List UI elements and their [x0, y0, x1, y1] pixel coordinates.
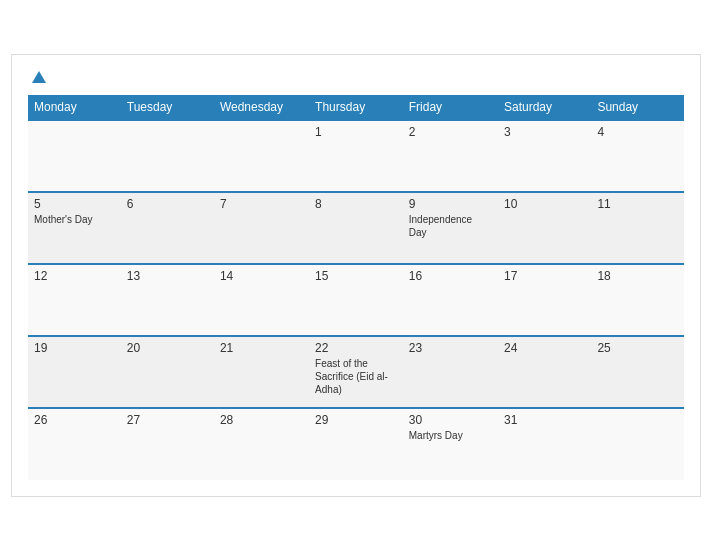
day-number: 18 [597, 269, 678, 283]
calendar-cell: 22Feast of the Sacrifice (Eid al-Adha) [309, 336, 403, 408]
weekday-header-monday: Monday [28, 95, 121, 120]
day-number: 26 [34, 413, 115, 427]
day-number: 10 [504, 197, 585, 211]
calendar-cell: 29 [309, 408, 403, 480]
weekday-header-friday: Friday [403, 95, 498, 120]
calendar-cell: 21 [214, 336, 309, 408]
event-label: Martyrs Day [409, 430, 463, 441]
day-number: 30 [409, 413, 492, 427]
day-number: 17 [504, 269, 585, 283]
day-number: 19 [34, 341, 115, 355]
day-number: 12 [34, 269, 115, 283]
day-number: 31 [504, 413, 585, 427]
day-number: 14 [220, 269, 303, 283]
calendar-cell: 23 [403, 336, 498, 408]
day-number: 25 [597, 341, 678, 355]
calendar-cell: 7 [214, 192, 309, 264]
calendar-cell: 11 [591, 192, 684, 264]
event-label: Mother's Day [34, 214, 93, 225]
week-row-5: 2627282930Martyrs Day31 [28, 408, 684, 480]
week-row-3: 12131415161718 [28, 264, 684, 336]
calendar-cell [591, 408, 684, 480]
day-number: 15 [315, 269, 397, 283]
calendar-cell: 26 [28, 408, 121, 480]
calendar-cell: 28 [214, 408, 309, 480]
calendar-cell: 16 [403, 264, 498, 336]
day-number: 29 [315, 413, 397, 427]
event-label: Independence Day [409, 214, 472, 238]
calendar-cell: 9Independence Day [403, 192, 498, 264]
day-number: 9 [409, 197, 492, 211]
event-label: Feast of the Sacrifice (Eid al-Adha) [315, 358, 388, 395]
weekday-header-row: MondayTuesdayWednesdayThursdayFridaySatu… [28, 95, 684, 120]
calendar-cell: 20 [121, 336, 214, 408]
day-number: 2 [409, 125, 492, 139]
day-number: 22 [315, 341, 397, 355]
calendar-cell: 31 [498, 408, 591, 480]
day-number: 24 [504, 341, 585, 355]
day-number: 8 [315, 197, 397, 211]
logo-blue-text [28, 71, 46, 83]
weekday-header-thursday: Thursday [309, 95, 403, 120]
calendar-cell: 10 [498, 192, 591, 264]
logo-triangle-icon [32, 71, 46, 83]
calendar-cell: 17 [498, 264, 591, 336]
day-number: 7 [220, 197, 303, 211]
calendar-header [28, 71, 684, 83]
logo [28, 71, 46, 83]
calendar-cell: 15 [309, 264, 403, 336]
calendar-container: MondayTuesdayWednesdayThursdayFridaySatu… [11, 54, 701, 497]
week-row-4: 19202122Feast of the Sacrifice (Eid al-A… [28, 336, 684, 408]
day-number: 27 [127, 413, 208, 427]
weekday-header-wednesday: Wednesday [214, 95, 309, 120]
day-number: 16 [409, 269, 492, 283]
calendar-cell: 18 [591, 264, 684, 336]
calendar-cell: 1 [309, 120, 403, 192]
weekday-header-sunday: Sunday [591, 95, 684, 120]
calendar-cell: 4 [591, 120, 684, 192]
weekday-header-saturday: Saturday [498, 95, 591, 120]
calendar-cell [121, 120, 214, 192]
calendar-cell: 2 [403, 120, 498, 192]
calendar-cell: 27 [121, 408, 214, 480]
calendar-cell: 3 [498, 120, 591, 192]
calendar-cell: 6 [121, 192, 214, 264]
calendar-cell: 19 [28, 336, 121, 408]
week-row-1: 1234 [28, 120, 684, 192]
calendar-cell: 12 [28, 264, 121, 336]
calendar-cell: 14 [214, 264, 309, 336]
calendar-cell: 8 [309, 192, 403, 264]
day-number: 3 [504, 125, 585, 139]
calendar-cell: 25 [591, 336, 684, 408]
day-number: 5 [34, 197, 115, 211]
day-number: 23 [409, 341, 492, 355]
day-number: 1 [315, 125, 397, 139]
calendar-cell: 30Martyrs Day [403, 408, 498, 480]
day-number: 28 [220, 413, 303, 427]
day-number: 13 [127, 269, 208, 283]
day-number: 20 [127, 341, 208, 355]
day-number: 11 [597, 197, 678, 211]
weekday-header-tuesday: Tuesday [121, 95, 214, 120]
day-number: 6 [127, 197, 208, 211]
calendar-grid: MondayTuesdayWednesdayThursdayFridaySatu… [28, 95, 684, 480]
day-number: 4 [597, 125, 678, 139]
calendar-cell: 24 [498, 336, 591, 408]
calendar-cell [214, 120, 309, 192]
calendar-cell: 5Mother's Day [28, 192, 121, 264]
day-number: 21 [220, 341, 303, 355]
calendar-cell [28, 120, 121, 192]
week-row-2: 5Mother's Day6789Independence Day1011 [28, 192, 684, 264]
calendar-cell: 13 [121, 264, 214, 336]
